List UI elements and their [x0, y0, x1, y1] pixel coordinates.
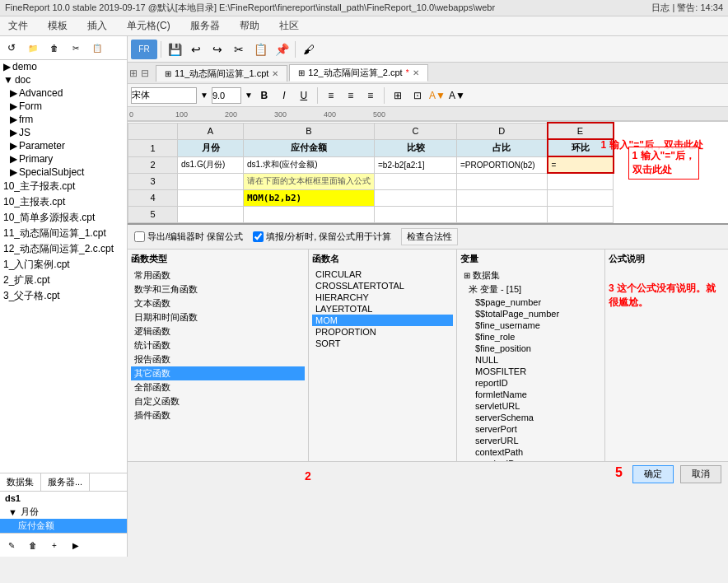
func-name-2[interactable]: HIERARCHY — [312, 292, 453, 303]
delete-icon[interactable]: 🗑 — [44, 38, 64, 58]
cell-d4[interactable] — [457, 189, 548, 206]
cell-d2[interactable]: =PROPORTION(b2) — [457, 156, 548, 173]
tab-dataset[interactable]: 数据集 — [0, 473, 41, 491]
sidebar-item-form[interactable]: ▶ Form — [0, 100, 127, 113]
font-dropdown-icon[interactable]: ▼ — [200, 91, 208, 100]
var-5[interactable]: $fine_role — [460, 331, 601, 343]
func-cat-4[interactable]: 逻辑函数 — [131, 324, 305, 338]
cell-e1[interactable]: 环比 — [548, 139, 614, 156]
cell-c3[interactable] — [375, 173, 457, 189]
italic-btn[interactable]: I — [276, 87, 292, 104]
dataset-folder-monthfee[interactable]: ▼ 月份 — [0, 505, 127, 519]
cancel-button[interactable]: 取消 — [680, 465, 721, 483]
fill-color-btn[interactable]: A▼ — [429, 87, 446, 104]
delete-icon2[interactable]: 🗑 — [23, 535, 43, 555]
var-1[interactable]: 米 变量 - [15] — [460, 282, 601, 296]
font-size-input[interactable] — [212, 87, 241, 104]
cell-b5[interactable] — [244, 206, 375, 222]
sidebar-item-frm[interactable]: ▶ frm — [0, 113, 127, 126]
cell-e5[interactable] — [548, 206, 614, 222]
add-icon[interactable]: + — [44, 535, 64, 555]
checkbox-preserve[interactable] — [134, 231, 145, 242]
cut-icon[interactable]: ✂ — [66, 38, 86, 58]
func-name-6[interactable]: SORT — [312, 338, 453, 349]
var-14[interactable]: serverURL — [460, 435, 601, 446]
finereport-logo[interactable]: FR — [131, 40, 157, 59]
preview-icon[interactable]: ▶ — [66, 535, 86, 555]
var-10[interactable]: formletName — [460, 389, 601, 400]
confirm-button[interactable]: 确定 — [632, 465, 674, 483]
func-name-5[interactable]: PROPORTION — [312, 326, 453, 338]
sidebar-item-file7[interactable]: 2_扩展.cpt — [0, 273, 127, 288]
sidebar-item-advanced[interactable]: ▶ Advanced — [0, 86, 127, 100]
edit-icon[interactable]: ✎ — [2, 535, 21, 555]
save-icon[interactable]: 💾 — [165, 40, 184, 59]
align-right-btn[interactable]: ≡ — [362, 87, 379, 104]
func-cat-8[interactable]: 全部函数 — [131, 380, 305, 394]
var-13[interactable]: serverPort — [460, 423, 601, 435]
sidebar-item-demo[interactable]: ▶ demo — [0, 60, 127, 73]
cell-a1[interactable]: 月份 — [178, 139, 244, 156]
col-header-c[interactable]: C — [375, 123, 457, 139]
func-name-0[interactable]: CIRCULAR — [312, 268, 453, 280]
align-center-btn[interactable]: ≡ — [343, 87, 359, 104]
cell-b3[interactable]: 请在下面的文本框框里面输入公式 — [244, 173, 375, 189]
copy-toolbar-icon[interactable]: 📋 — [250, 40, 270, 59]
sidebar-item-file6[interactable]: 1_入门案例.cpt — [0, 257, 127, 273]
menu-cell[interactable]: 单元格(C) — [124, 18, 174, 34]
col-header-a[interactable]: A — [178, 123, 244, 139]
tab-close-2[interactable]: ✕ — [413, 68, 419, 77]
sidebar-item-parameter[interactable]: ▶ Parameter — [0, 139, 127, 152]
func-cat-9[interactable]: 自定义函数 — [131, 394, 305, 408]
cell-c2[interactable]: =b2-b2[a2:1] — [375, 156, 457, 173]
func-cat-6[interactable]: 报告函数 — [131, 352, 305, 366]
sidebar-item-js[interactable]: ▶ JS — [0, 126, 127, 139]
col-header-d[interactable]: D — [457, 123, 548, 139]
var-7[interactable]: NULL — [460, 354, 601, 366]
var-9[interactable]: reportID — [460, 377, 601, 389]
border-btn[interactable]: ⊡ — [409, 87, 426, 104]
cell-a4[interactable] — [178, 189, 244, 206]
align-left-btn[interactable]: ≡ — [323, 87, 339, 104]
checkbox-calculate[interactable] — [253, 231, 264, 242]
var-12[interactable]: serverSchema — [460, 412, 601, 423]
bold-btn[interactable]: B — [256, 87, 273, 104]
sidebar-item-primary[interactable]: ▶ Primary — [0, 152, 127, 166]
cell-e2[interactable]: = — [548, 156, 614, 173]
tab-close-1[interactable]: ✕ — [272, 69, 278, 78]
redo-icon[interactable]: ↪ — [208, 40, 227, 59]
func-cat-2[interactable]: 文本函数 — [131, 296, 305, 310]
cell-a5[interactable] — [178, 206, 244, 222]
cell-b2[interactable]: ds1.求和(应付金额) — [244, 156, 375, 173]
sidebar-item-file3[interactable]: 10_简单多源报表.cpt — [0, 210, 127, 226]
cell-d5[interactable] — [457, 206, 548, 222]
sidebar-item-file1[interactable]: 10_主子报表.cpt — [0, 179, 127, 194]
menu-help[interactable]: 帮助 — [236, 18, 263, 34]
font-size-dropdown-icon[interactable]: ▼ — [245, 91, 253, 100]
func-name-1[interactable]: CROSSLATERTOTAL — [312, 280, 453, 292]
new-folder-icon[interactable]: 📁 — [23, 38, 43, 58]
col-header-e[interactable]: E — [548, 123, 614, 139]
menu-file[interactable]: 文件 — [5, 18, 31, 34]
cell-e4[interactable] — [548, 189, 614, 206]
col-header-b[interactable]: B — [244, 123, 375, 139]
cell-b1[interactable]: 应付金额 — [244, 139, 375, 156]
dataset-item-amount[interactable]: 应付金额 — [0, 519, 127, 533]
menu-template[interactable]: 模板 — [44, 18, 71, 34]
font-color-btn[interactable]: A▼ — [449, 87, 465, 104]
copy-icon[interactable]: 📋 — [87, 38, 107, 58]
refresh-icon[interactable]: ↺ — [2, 38, 21, 58]
func-cat-5[interactable]: 统计函数 — [131, 338, 305, 352]
undo-icon[interactable]: ↩ — [186, 40, 206, 59]
var-8[interactable]: MOSFILTER — [460, 366, 601, 377]
var-3[interactable]: $$totalPage_number — [460, 308, 601, 319]
cut-toolbar-icon[interactable]: ✂ — [229, 40, 249, 59]
tab-server[interactable]: 服务器... — [41, 473, 90, 491]
sidebar-item-file2[interactable]: 10_主报表.cpt — [0, 194, 127, 210]
sidebar-item-specialsubject[interactable]: ▶ SpecialSubject — [0, 166, 127, 179]
sidebar-item-file4[interactable]: 11_动态隔间运算_1.cpt — [0, 226, 127, 241]
var-0[interactable]: ⊞ 数据集 — [460, 268, 601, 282]
font-family-input[interactable] — [131, 87, 197, 104]
cell-c4[interactable] — [375, 189, 457, 206]
menu-server[interactable]: 服务器 — [187, 18, 223, 34]
